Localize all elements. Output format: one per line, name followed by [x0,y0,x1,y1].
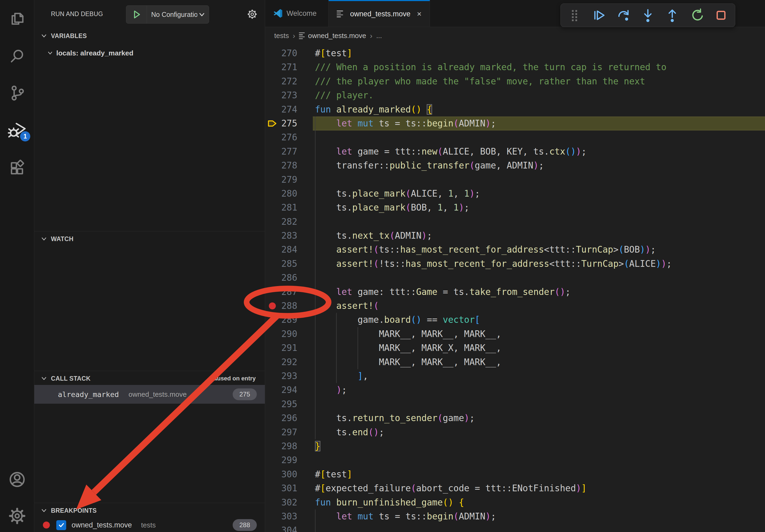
breakpoint-dot-icon [43,522,50,529]
glyph-margin[interactable] [265,75,280,89]
glyph-margin[interactable] [265,313,280,327]
extensions-icon[interactable] [0,155,34,180]
code-text[interactable]: } [315,439,320,453]
code-text[interactable]: ); [315,383,347,397]
code-line: 290 MARK__, MARK__, MARK__, [265,327,765,341]
glyph-margin[interactable] [265,453,280,467]
code-text[interactable]: let game = ttt::new(ALICE, BOB, KEY, ts.… [315,145,586,158]
glyph-margin[interactable] [265,117,280,131]
start-debug-icon[interactable] [126,6,147,23]
code-text[interactable]: assert!( [315,299,379,313]
code-line: 281 ts.place_mark(BOB, 1, 1); [265,201,765,215]
glyph-margin[interactable] [265,89,280,102]
section-call-stack[interactable]: CALL STACK Paused on entry [34,372,265,386]
glyph-margin[interactable] [265,299,280,313]
settings-gear-icon[interactable] [0,503,34,529]
tab-welcome[interactable]: Welcome [265,0,329,27]
code-text[interactable]: ts.place_mark(ALICE, 1, 1); [315,187,480,201]
section-watch[interactable]: WATCH [34,232,265,246]
account-icon[interactable] [0,467,34,492]
glyph-margin[interactable] [265,411,280,425]
code-text[interactable]: let mut ts = ts::begin(ADMIN); [315,117,496,131]
code-text[interactable]: let mut ts = ts::begin(ADMIN); [315,509,496,523]
glyph-margin[interactable] [265,369,280,383]
glyph-margin[interactable] [265,523,280,532]
glyph-margin[interactable] [265,383,280,397]
source-control-icon[interactable] [0,80,34,106]
code-text[interactable]: ts.place_mark(BOB, 1, 1); [315,201,469,215]
step-into-button[interactable] [640,7,656,23]
glyph-margin[interactable] [265,509,280,523]
code-text[interactable]: assert!(!ts::has_most_recent_for_address… [315,257,672,271]
breakpoint-row[interactable]: owned_tests.move tests 288 [34,518,265,532]
glyph-margin[interactable] [265,215,280,229]
breadcrumb-folder[interactable]: tests [274,32,289,40]
code-text[interactable]: MARK__, MARK_X, MARK__, [315,341,501,355]
glyph-margin[interactable] [265,173,280,187]
glyph-margin[interactable] [265,257,280,271]
explorer-icon[interactable] [0,6,34,32]
code-text[interactable]: ts.end(); [315,425,384,439]
glyph-margin[interactable] [265,46,280,60]
code-text[interactable]: ts.return_to_sender(game); [315,411,475,425]
glyph-margin[interactable] [265,229,280,243]
launch-config-bar[interactable]: No Configurations [126,5,209,24]
glyph-margin[interactable] [265,355,280,369]
code-text[interactable]: /// When a position is already marked, t… [315,60,666,74]
code-text[interactable]: game.board() == vector[ [315,313,480,327]
breakpoint-checkbox[interactable] [56,520,66,530]
section-variables[interactable]: VARIABLES [34,29,265,43]
glyph-margin[interactable] [265,341,280,355]
drag-grip-icon[interactable] [567,7,583,23]
glyph-margin[interactable] [265,131,280,144]
breadcrumb-file[interactable]: owned_tests.move [308,32,366,40]
breakpoint-dot-icon[interactable] [269,302,276,309]
code-text[interactable]: ts.next_tx(ADMIN); [315,229,432,243]
section-breakpoints[interactable]: BREAKPOINTS [34,504,265,518]
breadcrumb-more[interactable]: ... [376,32,382,40]
continue-button[interactable] [591,7,607,23]
code-text[interactable]: MARK__, MARK__, MARK__, [315,327,501,341]
code-text[interactable]: #[expected_failure(abort_code = ttt::ENo… [315,481,586,495]
glyph-margin[interactable] [265,243,280,257]
close-icon[interactable]: × [417,10,421,18]
code-line: 296 ts.return_to_sender(game); [265,411,765,425]
glyph-margin[interactable] [265,60,280,74]
restart-button[interactable] [689,7,705,23]
code-text[interactable]: #[test] [315,46,352,60]
tab-owned-tests[interactable]: owned_tests.move × [329,0,430,27]
step-out-button[interactable] [664,7,680,23]
glyph-margin[interactable] [265,481,280,495]
code-text[interactable]: /// the player who made the "false" move… [315,75,645,89]
code-text[interactable]: fun already_marked() { [315,103,432,117]
debug-settings-gear-icon[interactable] [246,8,259,21]
glyph-margin[interactable] [265,425,280,439]
glyph-margin[interactable] [265,439,280,453]
variables-scope-row[interactable]: locals: already_marked [34,46,265,61]
code-text[interactable]: transfer::public_transfer(game, ADMIN); [315,158,544,172]
call-stack-frame-row[interactable]: already_marked owned_tests.move 275 [34,385,265,404]
glyph-margin[interactable] [265,158,280,172]
config-dropdown[interactable]: No Configurations [147,10,209,19]
glyph-margin[interactable] [265,397,280,411]
code-text[interactable]: fun burn_unfinished_game() { [315,496,464,509]
code-text[interactable]: ], [315,369,368,383]
glyph-margin[interactable] [265,103,280,117]
glyph-margin[interactable] [265,285,280,299]
glyph-margin[interactable] [265,271,280,285]
glyph-margin[interactable] [265,496,280,509]
code-text[interactable]: #[test] [315,467,352,481]
step-over-button[interactable] [615,7,631,23]
glyph-margin[interactable] [265,467,280,481]
run-and-debug-icon[interactable]: 1 [0,117,34,143]
code-text[interactable]: MARK__, MARK__, MARK__, [315,355,501,369]
glyph-margin[interactable] [265,327,280,341]
code-text[interactable]: /// player. [315,89,374,102]
glyph-margin[interactable] [265,187,280,201]
glyph-margin[interactable] [265,201,280,215]
glyph-margin[interactable] [265,145,280,158]
code-text[interactable]: assert!(ts::has_most_recent_for_address<… [315,243,656,257]
stop-button[interactable] [713,7,729,23]
search-icon[interactable] [0,43,34,69]
code-text[interactable]: let game: ttt::Game = ts.take_from_sende… [315,285,571,299]
